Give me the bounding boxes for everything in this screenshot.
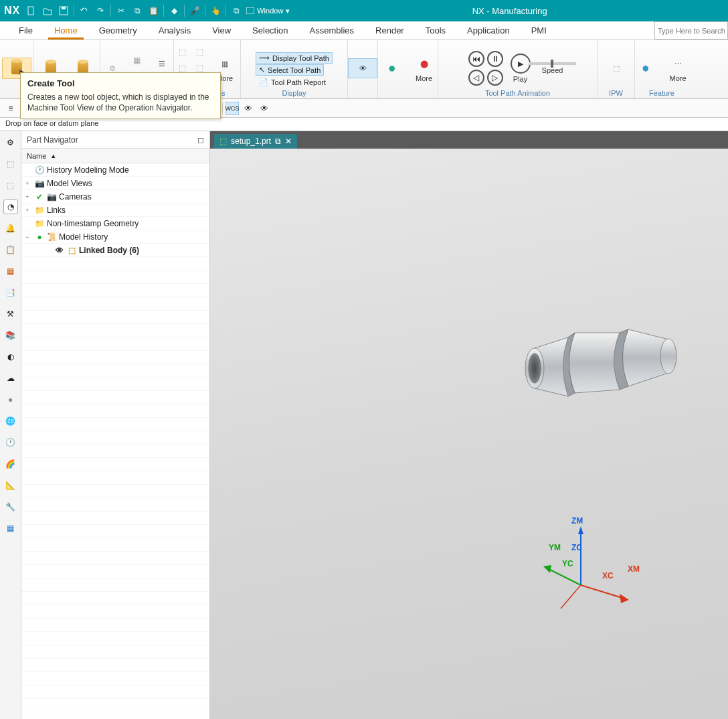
tree-row-model-views[interactable]: +📷Model Views: [21, 177, 209, 190]
part-icon: ⬚: [219, 137, 227, 146]
resource-bar: ⚙ ⬚ ⬚ ◔ 🔔 📋 ▦ 📑 ⚒ 📚 ◐ ☁ ● 🌐 🕐 🌈 📐 🔧 ▦: [0, 131, 21, 719]
svg-point-6: [529, 353, 541, 383]
document-tabstrip: ⬚ setup_1.prt ⧉ ✕: [210, 131, 728, 149]
file-tab[interactable]: ⬚ setup_1.prt ⧉ ✕: [214, 134, 297, 149]
svg-marker-12: [620, 594, 629, 603]
svg-line-13: [561, 585, 581, 609]
display-tool-path-button[interactable]: ⟿Display Tool Path: [256, 52, 333, 64]
cloud-icon[interactable]: ☁: [3, 371, 18, 386]
action-icon-1[interactable]: ▦: [130, 53, 145, 68]
popout-icon[interactable]: ⧉: [275, 137, 281, 146]
settings-icon[interactable]: ⚙: [3, 135, 18, 150]
notify-icon[interactable]: 🔔: [3, 221, 18, 236]
sphere-icon[interactable]: ●: [3, 392, 18, 407]
clock-icon[interactable]: 🕐: [3, 435, 18, 450]
step-back-icon[interactable]: ◁: [468, 70, 484, 86]
close-tab-icon[interactable]: ✕: [285, 137, 292, 146]
svg-line-11: [581, 585, 624, 598]
svg-marker-10: [543, 565, 551, 573]
main-area: ⚙ ⬚ ⬚ ◔ 🔔 📋 ▦ 📑 ⚒ 📚 ◐ ☁ ● 🌐 🕐 🌈 📐 🔧 ▦ Pa…: [0, 131, 728, 719]
reuse-icon[interactable]: 📑: [3, 285, 18, 300]
eye-icon-2[interactable]: 👁: [258, 102, 271, 115]
part-model[interactable]: [505, 309, 692, 423]
tab-pmi[interactable]: PMI: [521, 21, 557, 39]
web-icon[interactable]: 🌐: [3, 414, 18, 428]
sort-asc-icon[interactable]: ▲: [50, 153, 56, 159]
tab-assemblies[interactable]: Assemblies: [299, 21, 365, 39]
svg-text:XC: XC: [602, 571, 614, 580]
tools-icon[interactable]: 🔧: [3, 499, 18, 514]
machining-icon[interactable]: ⚒: [3, 307, 18, 321]
open-icon[interactable]: [41, 5, 54, 17]
tree-row-cameras[interactable]: +✔📷Cameras: [21, 190, 209, 204]
tree-row-ntg[interactable]: 📁Non-timestamp Geometry: [21, 217, 209, 230]
navigator-title: Part Navigator: [27, 135, 78, 145]
command-search-input[interactable]: [654, 21, 728, 39]
verify-button[interactable]: ⬣: [377, 59, 407, 78]
pause-icon[interactable]: ⏸: [487, 51, 503, 67]
tree-row-linked-body[interactable]: 👁⬚Linked Body (6): [21, 244, 209, 257]
speed-control[interactable]: Speed: [538, 62, 567, 74]
svg-point-4: [660, 339, 676, 374]
switch-window-icon[interactable]: ⧉: [230, 5, 242, 17]
tab-application[interactable]: Application: [456, 21, 521, 39]
sheet-icon[interactable]: ▦: [3, 264, 18, 278]
tab-geometry[interactable]: Geometry: [88, 21, 148, 39]
color-icon[interactable]: 🌈: [3, 457, 18, 471]
eye-icon-1[interactable]: 👁: [242, 102, 255, 115]
touch-icon[interactable]: 👆: [209, 5, 221, 17]
undock-icon[interactable]: ◻: [197, 135, 204, 145]
tab-home[interactable]: Home: [43, 21, 88, 39]
ipw-button[interactable]: ⬚: [602, 59, 631, 78]
window-menu[interactable]: Window ▾: [246, 7, 290, 15]
tab-view[interactable]: View: [201, 21, 242, 39]
tree-row-links[interactable]: +📁Links: [21, 204, 209, 217]
tab-render[interactable]: Render: [365, 21, 415, 39]
redo-icon[interactable]: ↷: [94, 5, 106, 17]
op-icon-1[interactable]: ⬚: [175, 45, 190, 60]
step-back-start-icon[interactable]: ⏮: [468, 51, 484, 67]
menu-icon[interactable]: ≡: [4, 102, 17, 115]
part-nav-icon[interactable]: ◔: [3, 199, 18, 214]
status-line: Drop on face or datum plane: [0, 118, 728, 131]
select-tool-path-button[interactable]: ↖Select Tool Path: [256, 64, 324, 76]
tree-row-history-mode[interactable]: 🕐History Modeling Mode: [21, 163, 209, 177]
measure-icon[interactable]: 📐: [3, 478, 18, 493]
tool-path-report-button[interactable]: 📄Tool Path Report: [256, 76, 329, 88]
save-icon[interactable]: [58, 5, 70, 17]
tooltip-title: Create Tool: [27, 78, 213, 88]
new-icon[interactable]: [25, 5, 37, 17]
tab-analysis[interactable]: Analysis: [148, 21, 201, 39]
assembly-nav-icon[interactable]: ⬚: [3, 157, 18, 171]
render-icon[interactable]: ◐: [3, 349, 18, 364]
library-icon[interactable]: 📚: [3, 328, 18, 343]
quick-access-toolbar: ↷ ✂ ⧉ 📋 ◆ 🎤 👆 ⧉ Window ▾: [25, 5, 290, 17]
step-fwd-icon[interactable]: ▷: [487, 70, 503, 86]
column-name[interactable]: Name: [27, 152, 46, 160]
file-tab-label: setup_1.prt: [231, 137, 271, 146]
tab-tools[interactable]: Tools: [415, 21, 456, 39]
appearance-icon[interactable]: ◆: [168, 5, 180, 17]
viewport[interactable]: ZM YM ZC YC XC XM: [210, 149, 728, 719]
svg-text:ZM: ZM: [571, 516, 583, 526]
create-tool-tooltip: Create Tool Creates a new tool object, w…: [20, 72, 221, 119]
roles-icon[interactable]: ▦: [3, 521, 18, 536]
history-icon[interactable]: 📋: [3, 242, 18, 257]
play-button[interactable]: ▶Play: [506, 54, 535, 83]
more-feature-button[interactable]: ⋯More: [663, 54, 693, 82]
graphics-area: ⬚ setup_1.prt ⧉ ✕: [210, 131, 728, 719]
paste-icon: 📋: [147, 5, 159, 17]
tab-selection[interactable]: Selection: [242, 21, 298, 39]
feature-button[interactable]: ⬢: [631, 59, 660, 78]
more-display-button[interactable]: ⬤More: [410, 54, 439, 82]
undo-icon[interactable]: [78, 5, 90, 17]
coordinate-triad[interactable]: ZM YM ZC YC XC XM: [534, 511, 641, 619]
tab-file[interactable]: File: [8, 21, 43, 39]
constraint-nav-icon[interactable]: ⬚: [3, 178, 18, 193]
wcs-icon[interactable]: WCS: [225, 102, 239, 115]
mic-icon[interactable]: 🎤: [189, 5, 201, 17]
navigator-tree[interactable]: 🕐History Modeling Mode +📷Model Views +✔📷…: [21, 163, 209, 719]
op-icon-4[interactable]: ⬚: [193, 45, 207, 60]
tree-row-model-history[interactable]: −●📜Model History: [21, 230, 209, 244]
show-3d-button[interactable]: 👁: [348, 58, 377, 78]
